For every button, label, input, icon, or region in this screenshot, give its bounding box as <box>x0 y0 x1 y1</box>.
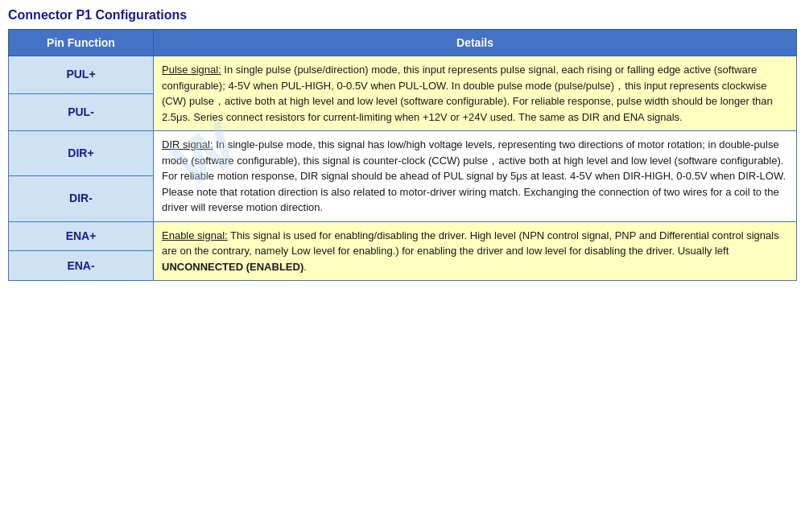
emphasis-text: UNCONNECTED (ENABLED) <box>162 261 303 273</box>
header-details: Details <box>154 30 797 56</box>
signal-label: DIR signal: <box>162 138 213 151</box>
table-header-row: Pin Function Details <box>9 30 797 56</box>
table-row: ENA+ Enable signal: This signal is used … <box>9 221 797 251</box>
table-wrapper: W Pin Function Details PUL+ Pulse signal… <box>8 29 797 281</box>
detail-text: Enable signal: This signal is used for e… <box>162 229 779 273</box>
pin-label: ENA- <box>9 251 154 281</box>
pin-label: DIR+ <box>9 131 154 176</box>
detail-cell: Enable signal: This signal is used for e… <box>154 221 797 281</box>
connector-table: Pin Function Details PUL+ Pulse signal: … <box>8 29 797 281</box>
pin-label: PUL+ <box>9 56 154 94</box>
page-title: Connector P1 Configurations <box>8 8 797 23</box>
table-row: DIR+ DIR signal: In single-pulse mode, t… <box>9 131 797 176</box>
signal-label: Enable signal: <box>162 229 228 241</box>
signal-label: Pulse signal: <box>162 64 221 76</box>
detail-cell: DIR signal: In single-pulse mode, this s… <box>154 131 797 222</box>
pin-label: ENA+ <box>9 221 154 251</box>
pin-label: PUL- <box>9 93 154 131</box>
pin-label: DIR- <box>9 176 154 221</box>
detail-cell: Pulse signal: In single pulse (pulse/dir… <box>154 56 797 131</box>
detail-text: DIR signal: In single-pulse mode, this s… <box>162 138 786 213</box>
table-row: PUL+ Pulse signal: In single pulse (puls… <box>9 56 797 94</box>
page-container: Connector P1 Configurations W Pin Functi… <box>8 8 797 281</box>
detail-text: Pulse signal: In single pulse (pulse/dir… <box>162 64 773 123</box>
header-pin: Pin Function <box>9 30 154 56</box>
